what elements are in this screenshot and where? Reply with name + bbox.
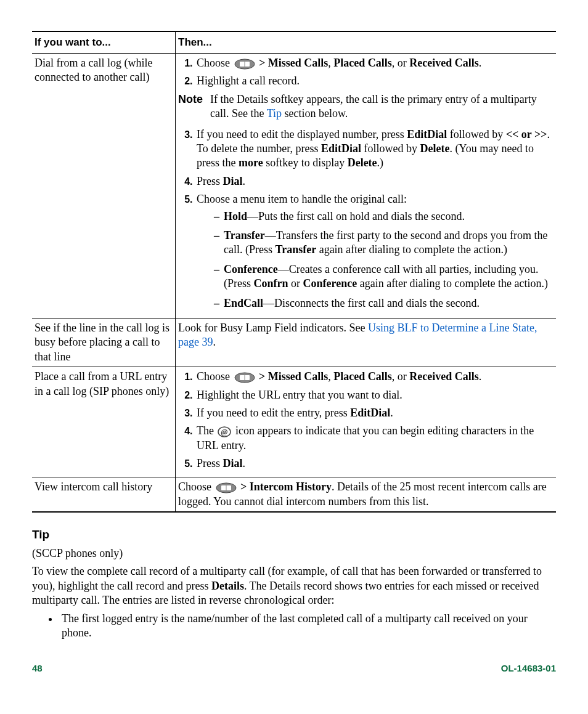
step: Press Dial. — [195, 174, 551, 189]
step: Choose > Missed Calls, Placed Calls, or … — [195, 56, 551, 70]
row-topic: Place a call from a URL entry in a call … — [32, 367, 176, 477]
page-footer: 48 OL-14683-01 — [32, 662, 556, 675]
row-topic: See if the line in the call log is busy … — [32, 318, 176, 367]
note-body: If the Details softkey appears, the call… — [210, 92, 551, 121]
page-number: 48 — [32, 662, 43, 675]
row-topic: Dial from a call log (while connected to… — [32, 54, 176, 318]
tip-paragraph: To view the complete call record of a mu… — [32, 564, 556, 607]
directories-icon — [234, 372, 255, 383]
note: Note If the Details softkey appears, the… — [178, 92, 551, 121]
note-label: Note — [178, 92, 210, 121]
step: Highlight a call record. — [195, 74, 551, 88]
table-row: See if the line in the call log is busy … — [32, 318, 556, 367]
directories-icon — [216, 482, 237, 493]
step: Press Dial. — [195, 456, 551, 471]
at-icon: @ — [218, 426, 231, 437]
option-endcall: EndCall—Disconnects the first call and d… — [214, 296, 551, 310]
row-content: Choose > Intercom History. Details of th… — [176, 477, 557, 512]
table-row: Place a call from a URL entry in a call … — [32, 367, 556, 477]
table-row: Dial from a call log (while connected to… — [32, 54, 556, 318]
option-hold: Hold—Puts the first call on hold and dia… — [214, 209, 551, 224]
tip-link[interactable]: Tip — [267, 107, 282, 120]
step: If you need to edit the entry, press Edi… — [195, 406, 551, 420]
directories-icon — [234, 59, 255, 70]
step: Highlight the URL entry that you want to… — [195, 388, 551, 402]
header-if-you-want-to: If you want to... — [32, 31, 176, 54]
tip-heading: Tip — [32, 527, 556, 543]
svg-text:@: @ — [221, 427, 228, 436]
tip-bullets: The first logged entry is the name/numbe… — [32, 612, 556, 641]
step: The @ icon appears to indicate that you … — [195, 424, 551, 453]
row-content: Look for Busy Lamp Field indicators. See… — [176, 318, 557, 367]
list-item: The first logged entry is the name/numbe… — [59, 612, 556, 641]
option-conference: Conference—Creates a conference call wit… — [214, 262, 551, 291]
instruction-table: If you want to... Then... Dial from a ca… — [32, 31, 556, 513]
step: Choose a menu item to handle the origina… — [195, 192, 551, 310]
header-then: Then... — [176, 31, 557, 54]
tip-sccp: (SCCP phones only) — [32, 546, 556, 561]
row-topic: View intercom call history — [32, 477, 176, 512]
row-content: Choose > Missed Calls, Placed Calls, or … — [176, 54, 557, 318]
row-content: Choose > Missed Calls, Placed Calls, or … — [176, 367, 557, 477]
doc-id: OL-14683-01 — [501, 662, 556, 675]
option-transfer: Transfer—Transfers the first party to th… — [214, 229, 551, 258]
step: Choose > Missed Calls, Placed Calls, or … — [195, 370, 551, 384]
step: If you need to edit the displayed number… — [195, 128, 551, 171]
table-row: View intercom call history Choose > Inte… — [32, 477, 556, 512]
